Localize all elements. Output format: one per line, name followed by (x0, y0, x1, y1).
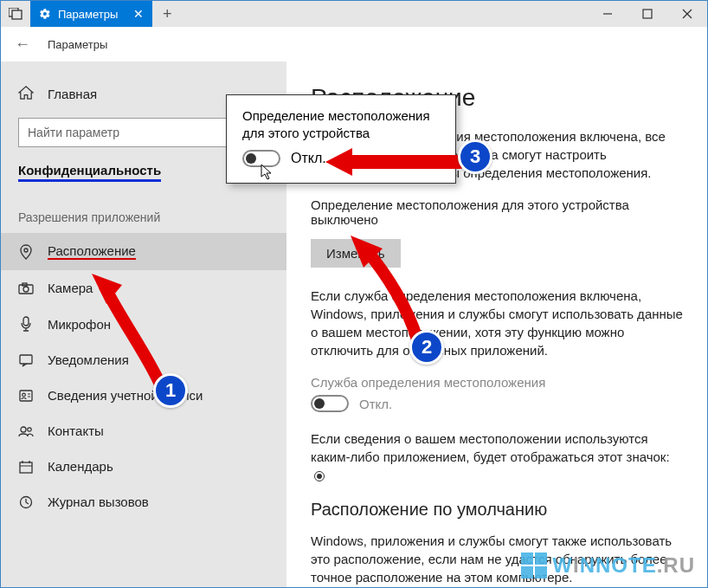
call-history-icon (18, 495, 34, 509)
popup-text: Определение местоположения для этого уст… (242, 107, 440, 141)
tab-close-icon[interactable]: ✕ (133, 7, 144, 21)
settings-window: Параметры ✕ + ← Параметры Главная Найти … (0, 0, 708, 588)
active-tab[interactable]: Параметры ✕ (30, 1, 152, 27)
svg-rect-20 (20, 462, 32, 473)
tab-label: Параметры (58, 8, 118, 21)
annotation-arrow-3 (321, 145, 468, 179)
sidebar-item-label: Расположение (48, 243, 136, 260)
notifications-icon (18, 353, 34, 367)
sidebar-item-label: Журнал вызовов (48, 494, 149, 509)
titlebar: Параметры ✕ + (1, 1, 707, 27)
location-service-toggle (311, 395, 349, 412)
svg-marker-27 (325, 148, 352, 176)
search-placeholder: Найти параметр (28, 126, 119, 139)
sidebar-item-label: Камера (48, 281, 93, 295)
svg-point-10 (23, 287, 29, 292)
svg-rect-14 (20, 391, 32, 401)
gear-icon (39, 8, 51, 20)
svg-point-15 (23, 393, 26, 397)
window-controls (588, 1, 707, 27)
account-info-icon (18, 389, 34, 403)
default-location-heading: Расположение по умолчанию (311, 500, 683, 520)
sidebar-item-label: Контакты (48, 423, 104, 438)
sidebar-item-location[interactable]: Расположение (1, 233, 286, 270)
task-view-icon[interactable] (1, 1, 30, 27)
sidebar-item-label: Календарь (48, 459, 113, 474)
svg-point-19 (28, 427, 31, 430)
sidebar-item-calendar[interactable]: Календарь (1, 449, 286, 484)
close-button[interactable] (667, 1, 707, 27)
home-icon (18, 86, 34, 102)
svg-point-8 (24, 249, 28, 252)
calendar-icon (18, 460, 34, 474)
sidebar-item-contacts[interactable]: Контакты (1, 413, 286, 449)
icon-info-paragraph: Если сведения о вашем местоположении исп… (311, 430, 683, 484)
sidebar-item-call-history[interactable]: Журнал вызовов (1, 484, 286, 520)
svg-rect-1 (12, 10, 22, 19)
svg-rect-3 (643, 10, 652, 18)
sidebar-subheading: Разрешения приложений (1, 188, 286, 233)
watermark: WINNOTE.RU (521, 552, 695, 578)
svg-rect-13 (20, 355, 32, 364)
microphone-icon (18, 316, 34, 332)
annotation-badge-1: 1 (153, 373, 188, 408)
location-icon (18, 244, 34, 260)
location-indicator-icon (314, 471, 325, 481)
new-tab-button[interactable]: + (152, 1, 182, 27)
sidebar-home-label: Главная (48, 87, 97, 101)
breadcrumb-label: Параметры (48, 38, 107, 51)
breadcrumb: ← Параметры (1, 27, 707, 61)
sidebar-section-privacy[interactable]: Конфиденциальность (1, 163, 178, 188)
back-icon[interactable]: ← (15, 36, 30, 54)
annotation-badge-2: 2 (409, 330, 444, 365)
contacts-icon (18, 425, 34, 437)
location-service-state: Откл. (359, 397, 392, 411)
maximize-button[interactable] (628, 1, 667, 27)
svg-rect-12 (23, 317, 29, 326)
cursor-icon (261, 164, 274, 184)
svg-point-18 (21, 427, 26, 432)
windows-logo-icon (521, 552, 547, 578)
location-status: Определение местоположения для этого уст… (311, 197, 683, 227)
minimize-button[interactable] (588, 1, 628, 27)
location-service-label: Служба определения местоположения (311, 375, 683, 390)
annotation-badge-3: 3 (458, 139, 492, 174)
camera-icon (18, 282, 34, 294)
